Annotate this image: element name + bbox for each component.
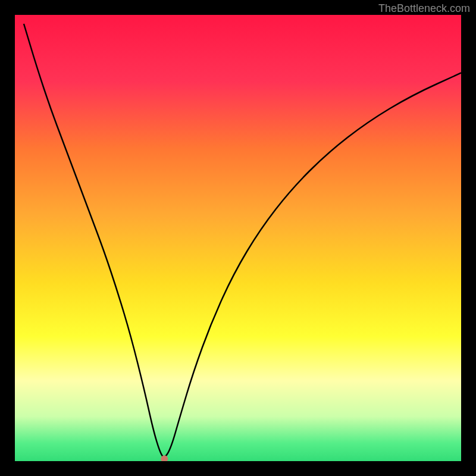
watermark-text: TheBottleneck.com bbox=[378, 2, 470, 15]
chart-background bbox=[15, 15, 461, 461]
chart-container bbox=[15, 15, 461, 461]
bottleneck-chart-svg bbox=[15, 15, 461, 461]
